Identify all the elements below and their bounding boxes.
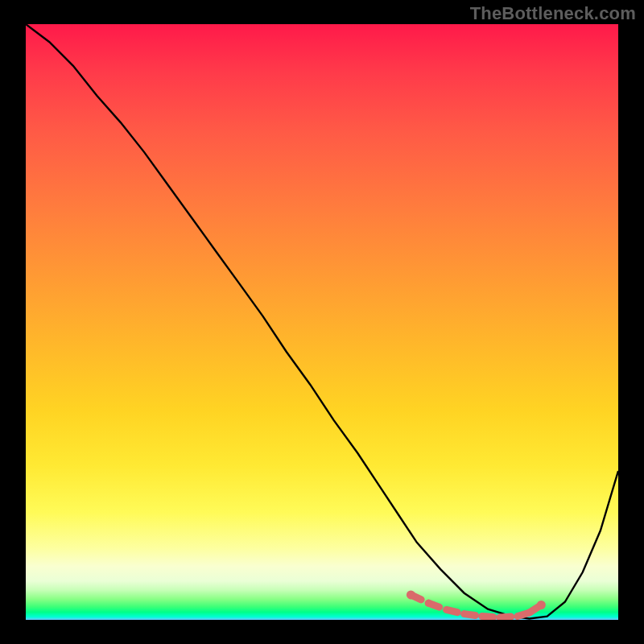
plot-area xyxy=(26,24,618,620)
curve-path xyxy=(26,24,618,619)
optimal-range-dot xyxy=(407,590,415,599)
bottleneck-curve xyxy=(26,24,618,620)
chart-frame: { "watermark": "TheBottleneck.com", "col… xyxy=(0,0,644,644)
optimal-range-dot xyxy=(537,601,546,609)
optimal-range-markers xyxy=(407,590,546,617)
watermark-text: TheBottleneck.com xyxy=(470,3,636,24)
